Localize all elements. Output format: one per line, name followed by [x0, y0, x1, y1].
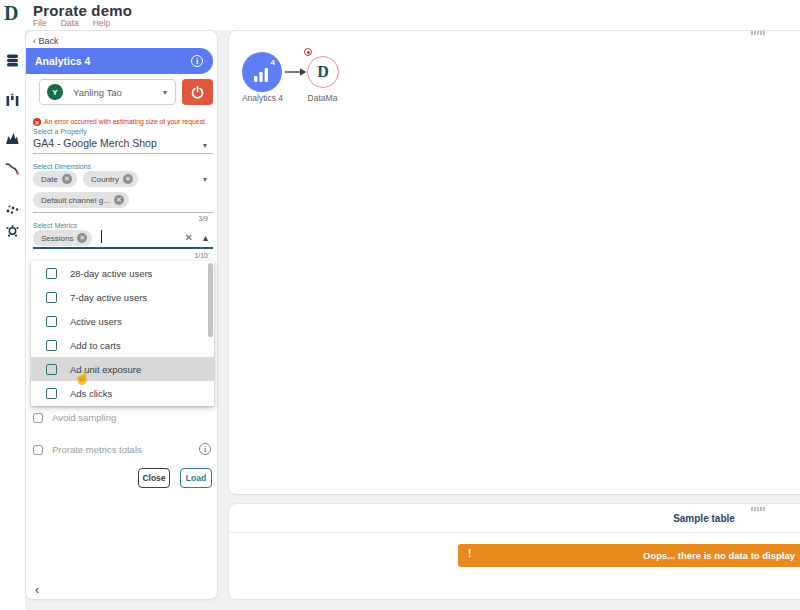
- warning-icon: !: [468, 548, 471, 559]
- node-status-badge: [304, 48, 312, 56]
- clear-icon[interactable]: ✕: [185, 232, 193, 243]
- chip-country[interactable]: Country ✕: [83, 171, 138, 187]
- dropdown-scrollbar[interactable]: [208, 263, 213, 337]
- prorate-totals-label: Prorate metrics totals: [52, 444, 142, 455]
- divider: [229, 532, 800, 533]
- curve-icon[interactable]: [4, 160, 21, 177]
- drag-handle[interactable]: [751, 31, 765, 35]
- menu-file[interactable]: File: [33, 18, 47, 28]
- flow-canvas[interactable]: 4 Analytics 4 D DataMa: [228, 30, 800, 495]
- info-icon: i: [199, 443, 211, 455]
- dimensions-label: Select Dimensions: [33, 163, 91, 170]
- text-cursor: [101, 230, 102, 243]
- error-message: ✕ An error occurred with estimating size…: [33, 117, 215, 126]
- datama-node[interactable]: D: [307, 56, 339, 88]
- page-title: Prorate demo: [33, 2, 132, 19]
- disconnect-button[interactable]: [182, 79, 213, 105]
- prorate-info[interactable]: i: [199, 443, 211, 455]
- no-data-alert-text: Oops... there is no data to display: [643, 550, 795, 561]
- hand-cursor-icon: ☝: [74, 370, 90, 385]
- metrics-dropdown: 28-day active users 7-day active users A…: [31, 261, 214, 406]
- metric-option[interactable]: Add to carts: [31, 333, 214, 357]
- checkbox-icon[interactable]: [46, 388, 57, 399]
- info-icon[interactable]: i: [191, 55, 203, 67]
- chip-sessions[interactable]: Sessions ✕: [33, 230, 92, 246]
- chevron-down-icon: ▾: [163, 88, 167, 97]
- sample-table-title: Sample table: [629, 513, 779, 524]
- database-icon[interactable]: [4, 52, 21, 69]
- prorate-totals-row[interactable]: Prorate metrics totals i: [33, 444, 142, 455]
- menu-data[interactable]: Data: [61, 18, 79, 28]
- source-header-title: Analytics 4: [35, 55, 90, 67]
- collapse-panel-icon[interactable]: ‹: [35, 583, 39, 597]
- datama-node-label: DataMa: [285, 93, 360, 103]
- load-button[interactable]: Load: [180, 468, 212, 488]
- config-panel: ‹ Back Analytics 4 i Y Yanling Tao ▾ ✕ A…: [25, 30, 218, 600]
- checkbox-icon[interactable]: [46, 340, 57, 351]
- remove-chip-icon[interactable]: ✕: [123, 174, 133, 184]
- power-icon: [191, 86, 204, 99]
- remove-chip-icon[interactable]: ✕: [62, 174, 72, 184]
- chevron-down-icon[interactable]: ▾: [203, 175, 207, 184]
- menu-bar: File Data Help: [33, 18, 110, 28]
- no-data-alert: ! Oops... there is no data to display: [458, 544, 800, 567]
- metric-option-highlighted[interactable]: Ad unit exposure: [31, 357, 214, 381]
- bar-chart-icon: [253, 67, 271, 83]
- checkbox-icon[interactable]: [33, 413, 43, 423]
- analytics-node[interactable]: 4: [242, 52, 282, 92]
- top-bar: Prorate demo File Data Help: [0, 0, 800, 30]
- chip-date[interactable]: Date ✕: [33, 171, 77, 187]
- metrics-label: Select Metrics: [33, 222, 77, 229]
- account-name: Yanling Tao: [73, 87, 122, 98]
- histogram-icon[interactable]: [4, 130, 21, 147]
- property-underline: [33, 153, 213, 154]
- avoid-sampling-label: Avoid sampling: [52, 412, 116, 423]
- property-select[interactable]: GA4 - Google Merch Shop: [33, 137, 157, 149]
- dimension-chips-row1: Date ✕ Country ✕: [33, 171, 144, 187]
- metric-option[interactable]: 7-day active users: [31, 285, 214, 309]
- waterfall-icon[interactable]: [4, 92, 21, 109]
- datama-node-letter: D: [317, 63, 329, 81]
- datama-logo[interactable]: D: [4, 2, 18, 25]
- metric-option[interactable]: 28-day active users: [31, 261, 214, 285]
- close-button[interactable]: Close: [138, 468, 170, 488]
- checkbox-icon[interactable]: [46, 316, 57, 327]
- avoid-sampling-row[interactable]: Avoid sampling: [33, 412, 116, 423]
- metrics-counter: 1/10: [194, 252, 208, 259]
- chevron-up-icon[interactable]: ▴: [203, 232, 208, 243]
- connector-arrow: [284, 65, 308, 79]
- checkbox-icon[interactable]: [33, 445, 43, 455]
- account-select[interactable]: Y Yanling Tao ▾: [39, 79, 176, 105]
- metric-chips-row: Sessions ✕: [33, 230, 102, 246]
- chevron-down-icon[interactable]: ▾: [203, 141, 207, 150]
- metrics-underline: [33, 247, 213, 249]
- dimensions-underline: [33, 212, 213, 213]
- dimensions-counter: 3/9: [198, 215, 208, 222]
- checkbox-icon[interactable]: [46, 292, 57, 303]
- source-header[interactable]: Analytics 4 i: [26, 48, 213, 74]
- menu-help[interactable]: Help: [93, 18, 110, 28]
- chip-default-channel[interactable]: Default channel g... ✕: [33, 192, 129, 208]
- back-link[interactable]: ‹ Back: [33, 36, 59, 46]
- error-text: An error occurred with estimating size o…: [44, 117, 205, 126]
- analytics-badge: 4: [271, 58, 275, 67]
- remove-chip-icon[interactable]: ✕: [77, 233, 87, 243]
- metric-option[interactable]: Ads clicks: [31, 381, 214, 405]
- drag-handle[interactable]: [751, 507, 765, 511]
- gear-icon[interactable]: [4, 222, 21, 239]
- icon-rail: D: [0, 0, 25, 610]
- remove-chip-icon[interactable]: ✕: [114, 195, 124, 205]
- checkbox-icon[interactable]: [46, 364, 57, 375]
- avatar: Y: [47, 84, 63, 100]
- error-icon: ✕: [33, 118, 41, 126]
- dimension-chips-row2: Default channel g... ✕: [33, 192, 135, 208]
- sample-table-panel: Sample table ! Oops... there is no data …: [228, 503, 800, 600]
- metric-option[interactable]: Active users: [31, 309, 214, 333]
- property-label: Select a Property: [33, 128, 87, 135]
- checkbox-icon[interactable]: [46, 268, 57, 279]
- scatter-icon[interactable]: [4, 199, 21, 216]
